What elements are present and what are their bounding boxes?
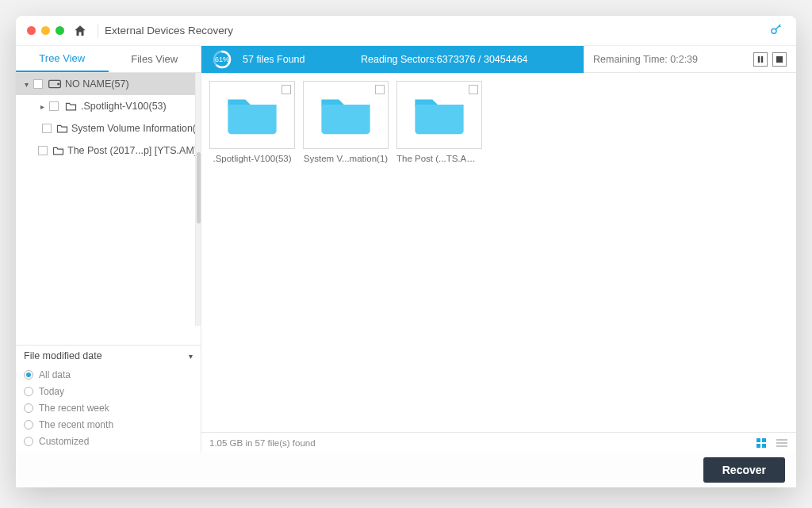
tree-item-label: The Post (2017...p] [YTS.AM]( bbox=[67, 145, 200, 156]
zoom-window-button[interactable] bbox=[56, 26, 64, 35]
filter-panel: File modified date ▾ All data Today The … bbox=[16, 345, 201, 453]
status-bar: 61% 57 files Found Reading Sectors:63733… bbox=[201, 46, 796, 73]
filter-option-label: All data bbox=[39, 369, 71, 380]
folder-card[interactable]: The Post (...TS.AM](3) bbox=[396, 81, 482, 424]
separator bbox=[98, 24, 98, 38]
key-icon[interactable] bbox=[769, 22, 783, 40]
tree-row[interactable]: System Volume Information( bbox=[16, 117, 201, 139]
folder-card[interactable]: .Spotlight-V100(53) bbox=[209, 81, 295, 424]
status-right-area: Remaining Time: 0:2:39 bbox=[584, 46, 796, 73]
filter-heading: File modified date bbox=[24, 350, 102, 361]
chevron-down-icon: ▾ bbox=[189, 352, 193, 361]
status-progress-area: 61% 57 files Found Reading Sectors:63733… bbox=[201, 46, 584, 73]
folder-icon bbox=[318, 92, 373, 138]
close-window-button[interactable] bbox=[27, 26, 36, 35]
filter-option[interactable]: The recent month bbox=[24, 416, 193, 433]
folder-thumbnail bbox=[209, 81, 295, 149]
recover-button[interactable]: Recover bbox=[703, 457, 785, 483]
checkbox[interactable] bbox=[42, 124, 52, 133]
tree-item-label: .Spotlight-V100(53) bbox=[81, 101, 167, 112]
svg-rect-6 bbox=[761, 56, 763, 63]
radio[interactable] bbox=[24, 403, 33, 413]
main-body: Tree View Files View ▾ NO NAME(57) ▸ bbox=[16, 46, 796, 453]
folder-thumbnail bbox=[303, 81, 389, 149]
filter-option-label: The recent month bbox=[39, 419, 113, 430]
tree-row[interactable]: The Post (2017...p] [YTS.AM]( bbox=[16, 139, 201, 162]
action-bar: Recover bbox=[16, 453, 796, 487]
filter-option[interactable]: All data bbox=[24, 366, 193, 383]
svg-point-2 bbox=[58, 83, 59, 85]
tree-item-label: System Volume Information( bbox=[71, 123, 196, 134]
progress-percent-label: 61% bbox=[213, 50, 232, 69]
titlebar: External Devices Recovery bbox=[16, 16, 796, 46]
grid-icon bbox=[756, 438, 766, 448]
radio[interactable] bbox=[24, 387, 33, 396]
scrollbar-thumb[interactable] bbox=[197, 152, 201, 223]
folder-label: .Spotlight-V100(53) bbox=[209, 154, 295, 163]
folder-grid: .Spotlight-V100(53) System V...mation(1) bbox=[201, 73, 796, 432]
filter-heading-row[interactable]: File modified date ▾ bbox=[24, 350, 193, 361]
folder-icon bbox=[63, 101, 78, 111]
checkbox[interactable] bbox=[38, 146, 48, 155]
tab-files-view[interactable]: Files View bbox=[109, 46, 201, 72]
checkbox[interactable] bbox=[375, 85, 385, 94]
chevron-down-icon[interactable]: ▾ bbox=[21, 80, 32, 89]
filter-option-label: Customized bbox=[39, 436, 89, 447]
page-title: External Devices Recovery bbox=[105, 25, 769, 36]
home-icon[interactable] bbox=[69, 24, 91, 38]
window-controls bbox=[24, 26, 69, 35]
app-window: External Devices Recovery Tree View File… bbox=[16, 16, 796, 487]
chevron-right-icon[interactable]: ▸ bbox=[36, 102, 48, 111]
radio[interactable] bbox=[24, 420, 33, 430]
checkbox[interactable] bbox=[282, 85, 291, 94]
minimize-window-button[interactable] bbox=[41, 26, 50, 35]
folder-icon bbox=[224, 92, 280, 138]
reading-sectors-label: Reading Sectors:6373376 / 30454464 bbox=[361, 54, 528, 65]
folder-label: System V...mation(1) bbox=[303, 154, 389, 163]
checkbox[interactable] bbox=[33, 79, 43, 89]
checkbox[interactable] bbox=[469, 85, 478, 94]
drive-icon bbox=[48, 79, 62, 89]
folder-thumbnail bbox=[396, 81, 482, 149]
scan-control-buttons bbox=[753, 52, 787, 67]
sidebar-scrollbar[interactable] bbox=[195, 73, 201, 326]
svg-rect-5 bbox=[758, 56, 760, 63]
progress-ring: 61% bbox=[213, 50, 232, 69]
filter-option-label: The recent week bbox=[39, 403, 109, 414]
svg-point-0 bbox=[772, 29, 776, 33]
folder-label: The Post (...TS.AM](3) bbox=[396, 154, 482, 163]
grid-view-button[interactable] bbox=[755, 437, 768, 449]
tree-root-row[interactable]: ▾ NO NAME(57) bbox=[16, 73, 201, 95]
filter-option[interactable]: Today bbox=[24, 383, 193, 399]
folder-card[interactable]: System V...mation(1) bbox=[303, 81, 389, 424]
tab-tree-view[interactable]: Tree View bbox=[16, 46, 109, 72]
tree-row[interactable]: ▸ .Spotlight-V100(53) bbox=[16, 95, 201, 117]
pause-button[interactable] bbox=[753, 52, 768, 67]
filter-option[interactable]: Customized bbox=[24, 433, 193, 449]
file-tree: ▾ NO NAME(57) ▸ .Spotlight-V100(53) bbox=[16, 73, 201, 345]
radio[interactable] bbox=[24, 437, 33, 446]
view-toggle bbox=[755, 437, 788, 449]
svg-rect-7 bbox=[776, 56, 783, 63]
content-pane: 61% 57 files Found Reading Sectors:63733… bbox=[201, 46, 796, 453]
filter-option-label: Today bbox=[39, 386, 64, 397]
files-found-label: 57 files Found bbox=[243, 54, 305, 65]
list-icon bbox=[776, 439, 787, 447]
summary-label: 1.05 GB in 57 file(s) found bbox=[209, 438, 316, 448]
filter-option[interactable]: The recent week bbox=[24, 399, 193, 416]
folder-icon bbox=[56, 124, 68, 133]
stop-button[interactable] bbox=[772, 52, 787, 67]
radio[interactable] bbox=[24, 370, 33, 380]
checkbox[interactable] bbox=[49, 101, 59, 111]
remaining-time-label: Remaining Time: 0:2:39 bbox=[593, 54, 698, 65]
grid-footer: 1.05 GB in 57 file(s) found bbox=[201, 432, 796, 453]
tree-root-label: NO NAME(57) bbox=[65, 78, 129, 90]
folder-icon bbox=[412, 92, 467, 138]
folder-icon bbox=[52, 146, 64, 155]
sidebar: Tree View Files View ▾ NO NAME(57) ▸ bbox=[16, 46, 201, 453]
sidebar-tabs: Tree View Files View bbox=[16, 46, 201, 73]
list-view-button[interactable] bbox=[776, 437, 788, 449]
